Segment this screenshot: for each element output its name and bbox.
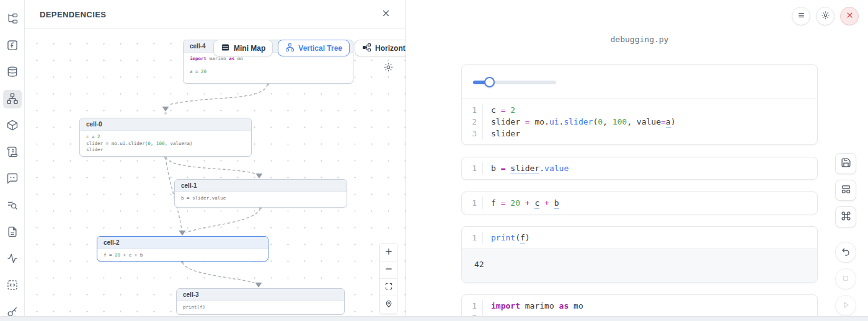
chat-icon: [6, 172, 19, 187]
cell-editor[interactable]: 123c = 2slider = mo.ui.slider(0, 100, va…: [462, 99, 817, 144]
shutdown-button[interactable]: [840, 7, 859, 25]
zoom-out-button[interactable]: [380, 262, 397, 279]
documentation-icon: [6, 226, 19, 240]
tracing-icon: [6, 252, 19, 266]
sidebar-item-dependencies[interactable]: [3, 90, 22, 108]
mini-map-button[interactable]: Mini Map: [213, 40, 273, 56]
graph-node-cell-0[interactable]: cell-0c = 2slider = mo.ui.slider(0, 100,…: [79, 118, 252, 157]
dependencies-icon: [6, 92, 19, 107]
cell-editor[interactable]: 1f = 20 + c + b: [462, 192, 817, 214]
sidebar-item-packages[interactable]: [3, 117, 22, 135]
cell-code: b = slider.value: [483, 162, 569, 174]
graph-node-code: c = 2slider = mo.ui.slider(0, 100, value…: [80, 131, 251, 157]
edge-arrowhead: [179, 231, 186, 235]
keyboard-shortcuts-button[interactable]: [835, 206, 856, 227]
mini-map-icon: [221, 43, 230, 54]
graph-node-title: cell-3: [177, 289, 344, 301]
close-icon: [381, 9, 391, 20]
run-button[interactable]: [835, 295, 856, 316]
dependencies-panel-title: DEPENDENCIES: [40, 10, 106, 19]
stop-button[interactable]: [835, 268, 856, 289]
fit-view-icon: [384, 281, 393, 294]
slider-widget[interactable]: [473, 77, 556, 87]
close-icon: [845, 11, 854, 22]
marimo-app: DEPENDENCIES Mini Map Vertical Tree Hori…: [0, 0, 868, 321]
graph-edge-cell-4-cell-0: [169, 84, 268, 105]
graph-node-code: import marimo as mo a = 20: [184, 53, 353, 79]
notebook-column: debugging.py 123c = 2slider = mo.ui.slid…: [461, 0, 818, 321]
edge-handle-dot: [164, 112, 167, 115]
dependency-graph-canvas[interactable]: Mini Map Vertical Tree Horizontal Tree: [25, 29, 405, 321]
graph-node-cell-3[interactable]: cell-3print(f): [176, 288, 345, 315]
slider-thumb[interactable]: [484, 77, 495, 87]
line-numbers: 1: [462, 197, 483, 209]
code-line: import marimo as mo: [491, 300, 583, 312]
sidebar-item-tracing[interactable]: [3, 250, 22, 268]
layout-select-button[interactable]: [835, 180, 856, 201]
line-numbers: 1: [462, 232, 483, 244]
graph-edge-cell-0-cell-1: [166, 157, 255, 174]
notebook-cell-2: 1f = 20 + c + b: [461, 191, 818, 214]
code-line: b = slider.value: [491, 162, 569, 174]
menu-icon: [797, 11, 806, 22]
notebook-filename[interactable]: debugging.py: [461, 35, 818, 44]
graph-settings-button[interactable]: [382, 62, 394, 74]
file-explorer-icon: [6, 12, 19, 27]
sidebar-item-chat[interactable]: [3, 170, 22, 188]
sidebar-item-datasources[interactable]: [3, 63, 22, 82]
code-line: c = 2: [86, 134, 245, 141]
edge-arrowhead: [255, 283, 262, 288]
outline-icon: [6, 146, 19, 160]
cell-output: 42: [462, 248, 817, 282]
fit-view-button[interactable]: [380, 279, 397, 296]
horizontal-tree-icon: [362, 43, 371, 54]
sidebar-item-documentation[interactable]: [3, 223, 22, 242]
graph-node-cell-2[interactable]: cell-2f = 20 + c + b: [97, 236, 268, 262]
map-pin-icon: [384, 299, 393, 311]
graph-node-title: cell-0: [80, 118, 251, 131]
gear-icon: [383, 65, 394, 74]
graph-edge-cell-2-cell-3: [182, 262, 254, 283]
notebook-header-actions: [792, 7, 859, 25]
code-line: f = 20 + c + b: [491, 197, 559, 209]
undo-button[interactable]: [835, 242, 856, 263]
layout-icon: [841, 184, 851, 196]
play-icon: [841, 300, 851, 312]
graph-node-code: f = 20 + c + b: [97, 249, 268, 262]
notebook-settings-button[interactable]: [816, 7, 835, 25]
sidebar-item-logs[interactable]: [3, 196, 22, 215]
cell-code: c = 2slider = mo.ui.slider(0, 100, value…: [483, 104, 675, 139]
vertical-tree-button[interactable]: Vertical Tree: [278, 40, 350, 56]
horizontal-tree-button[interactable]: Horizontal Tree: [355, 40, 405, 56]
sidebar-item-outline[interactable]: [3, 143, 22, 162]
zoom-in-button[interactable]: [380, 244, 397, 262]
graph-edge-cell-1-cell-2: [186, 208, 260, 232]
save-button[interactable]: [835, 153, 856, 174]
close-panel-button[interactable]: [378, 7, 393, 22]
sidebar-item-variables[interactable]: [3, 37, 22, 55]
code-line: print(f): [491, 232, 530, 244]
graph-node-cell-1[interactable]: cell-1b = slider.value: [174, 179, 347, 208]
sidebar-item-snippets[interactable]: [3, 276, 22, 295]
cell-output: [462, 65, 817, 99]
code-line: f = 20 + c + b: [104, 252, 262, 259]
datasources-icon: [6, 66, 19, 80]
notebook-cell-0: 123c = 2slider = mo.ui.slider(0, 100, va…: [461, 64, 818, 145]
code-line: slider = mo.ui.slider(0, 100, value=a): [86, 141, 245, 147]
cell-editor[interactable]: 1b = slider.value: [462, 157, 817, 179]
cell-editor[interactable]: 1print(f): [462, 227, 817, 248]
stop-icon: [841, 273, 851, 285]
code-line: [190, 63, 347, 69]
notebook-cell-3: 1print(f)42: [461, 226, 818, 283]
vertical-tree-icon: [285, 43, 294, 54]
undo-icon: [841, 247, 851, 258]
locate-node-button[interactable]: [380, 296, 397, 314]
notebook-menu-button[interactable]: [792, 7, 810, 25]
snippets-icon: [6, 279, 19, 293]
command-icon: [841, 211, 851, 223]
code-line: slider: [86, 147, 245, 154]
sidebar-item-file-explorer[interactable]: [3, 10, 22, 29]
logs-icon: [6, 199, 19, 213]
save-icon: [841, 157, 851, 170]
dependencies-panel: DEPENDENCIES Mini Map Vertical Tree Hori…: [25, 0, 406, 321]
